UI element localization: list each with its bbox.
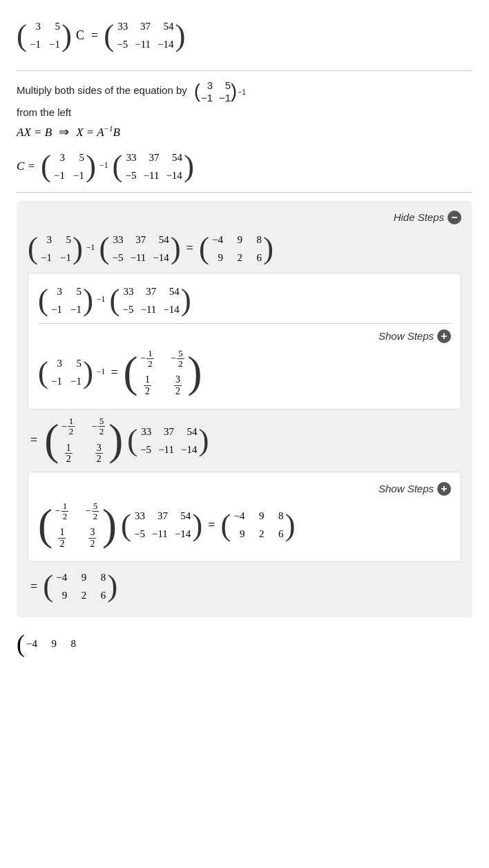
full-result-line: ( 3 5 −1 −1 ) −1 ( 33 37 54 −5 −11 −1 [28, 231, 461, 266]
divider-2 [17, 192, 472, 193]
page: ( 3 5 −1 −1 ) C = ( 33 37 54 −5 −11 [0, 0, 489, 675]
explain-line2: from the left [17, 106, 472, 118]
frac-matrix-mult: ( −12 −52 12 [44, 416, 123, 464]
top-equation: ( 3 5 −1 −1 ) C = ( 33 37 54 −5 −11 [17, 18, 472, 52]
multiplication-step: = ( −12 −52 12 [28, 416, 461, 464]
inner-box-2-equation: ( −12 −52 12 [38, 501, 451, 549]
final-result-line: = ( −4 9 8 9 2 6 ) [28, 569, 461, 604]
show-steps-2-header: Show Steps + [38, 482, 451, 496]
show-steps-1-header: Show Steps + [38, 329, 451, 343]
inverse-result-line: ( 3 5 −1 −1 ) −1 = ( [38, 349, 451, 396]
arrow: ⇒ [59, 122, 69, 142]
show-steps-2-button[interactable]: Show Steps + [378, 482, 451, 496]
ax-eq-b-line: AX = B ⇒ X = A−1B [17, 122, 472, 142]
frac-matrix-result: ( −12 −52 [124, 349, 202, 396]
steps-box: Hide Steps − ( 3 5 −1 −1 ) −1 ( 33 [17, 201, 472, 617]
explain-line1: Multiply both sides of the equation by (… [17, 79, 472, 104]
divider-1 [17, 70, 472, 71]
inline-matrix-ref: ( 3 5 −1 −1 ) −1 [194, 79, 246, 104]
inner-box-1-content: ( 3 5 −1 −1 ) −1 ( 33 37 54 [38, 283, 451, 318]
top-rhs-matrix: ( 33 37 54 −5 −11 −14 ) [104, 18, 185, 52]
steps-header: Hide Steps − [28, 211, 461, 224]
inner-box-1: ( 3 5 −1 −1 ) −1 ( 33 37 54 [28, 273, 461, 409]
c-matrix-a-inv: ( 3 5 −1 −1 ) [41, 149, 96, 184]
bottom-partial-matrix: ( −4 9 8 [17, 631, 472, 656]
bottom-peek: ( −4 9 8 [17, 624, 472, 662]
c-matrix-b: ( 33 37 54 −5 −11 −14 ) [113, 149, 194, 184]
top-section: ( 3 5 −1 −1 ) C = ( 33 37 54 −5 −11 [17, 7, 472, 62]
x-eq: X = A−1B [76, 123, 120, 142]
c-label: C = [17, 157, 35, 175]
inner-divider-1 [38, 323, 451, 324]
inv-superscript: −1 [238, 88, 246, 96]
equals-sign: = [91, 26, 98, 46]
ax-eq-b: AX = B [17, 123, 52, 142]
inner-box-2: Show Steps + ( −12 [28, 472, 461, 562]
variable-c: C [76, 26, 84, 46]
c-inv-sup: −1 [99, 160, 108, 173]
hide-steps-button[interactable]: Hide Steps − [394, 211, 461, 224]
show-steps-1-button[interactable]: Show Steps + [378, 329, 451, 343]
plus-circle-icon-2: + [437, 482, 451, 496]
minus-circle-icon: − [448, 211, 461, 224]
plus-circle-icon-1: + [437, 329, 451, 343]
top-lhs-matrix: ( 3 5 −1 −1 ) [17, 18, 72, 52]
c-full-equation: C = ( 3 5 −1 −1 ) −1 ( 33 37 54 −5 −11 −… [17, 149, 472, 184]
